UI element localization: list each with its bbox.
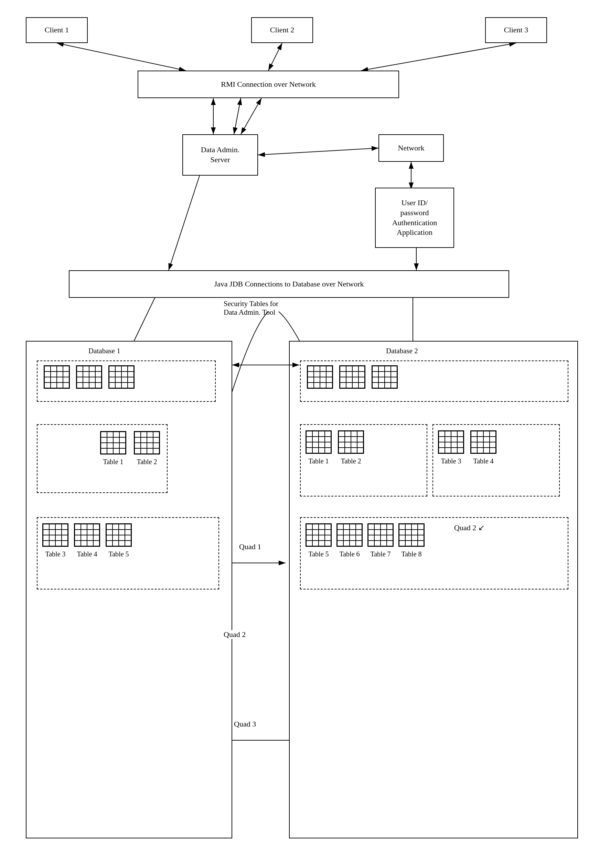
db1-q1-table2: Table 2 (134, 431, 160, 466)
data-admin-box: Data Admin.Server (182, 134, 258, 176)
db2-table-top-3 (372, 365, 398, 389)
svg-line-13 (131, 298, 155, 348)
db2-title: Database 2 (386, 347, 418, 355)
db1-table-top-2 (76, 365, 102, 389)
quad2-label-right: Quad 2 ↙ (454, 523, 485, 532)
db2-top-quad (300, 361, 568, 402)
quad3-label: Quad 3 (234, 720, 256, 729)
db2-quad3-box: Table 5 Table 6 (300, 517, 568, 589)
quad1-label: Quad 1 (239, 542, 261, 551)
db2-quad1-box: Table 1 Table 2 (300, 424, 427, 497)
svg-line-9 (258, 148, 378, 155)
db1-quad2-box: Table 3 Table 4 (37, 517, 219, 589)
jdbc-box: Java JDB Connections to Database over Ne… (69, 270, 509, 298)
client-1-box: Client 1 (26, 17, 88, 43)
svg-line-3 (57, 43, 186, 71)
db2-table-top-2 (339, 365, 366, 389)
data-admin-label: Data Admin.Server (201, 145, 239, 165)
jdbc-label: Java JDB Connections to Database over Ne… (214, 279, 364, 289)
diagram: Client 1 Client 2 Client 3 RMI Connectio… (0, 0, 599, 868)
db1-table-top-1 (44, 365, 70, 389)
db2-quad2-box: Table 3 Table 4 (432, 424, 560, 497)
database-1-box: Database 1 (26, 341, 232, 838)
db2-q3-table5: Table 5 (306, 523, 332, 558)
db2-table-top-1 (307, 365, 333, 389)
db1-q2-table4: Table 4 (74, 523, 100, 558)
user-auth-label: User ID/passwordAuthenticationApplicatio… (392, 198, 437, 237)
svg-line-8 (241, 98, 262, 134)
svg-line-4 (268, 43, 282, 71)
db1-table-top-3 (108, 365, 134, 389)
db2-q1-table2: Table 2 (338, 430, 364, 465)
db1-title: Database 1 (89, 347, 120, 355)
db1-q1-table1: Table 1 (100, 431, 126, 466)
client-1-label: Client 1 (45, 25, 69, 35)
svg-line-7 (234, 98, 241, 134)
security-label: Security Tables forData Admin. Tool (224, 300, 278, 317)
network-box: Network (378, 134, 444, 162)
network-label: Network (398, 143, 424, 153)
db1-top-quad (37, 361, 216, 402)
client-2-label: Client 2 (270, 25, 294, 35)
db2-q3-table7: Table 7 (367, 523, 394, 558)
client-3-box: Client 3 (485, 17, 547, 43)
client-3-label: Client 3 (504, 25, 528, 35)
db2-q1-table1: Table 1 (306, 430, 332, 465)
db2-q3-table8: Table 8 (399, 523, 424, 558)
svg-line-11 (169, 176, 200, 270)
svg-line-5 (361, 43, 516, 71)
db2-q3-table6: Table 6 (337, 523, 363, 558)
db1-quad1-box: Table 1 Table 2 (37, 424, 167, 493)
db1-q2-table3: Table 3 (42, 523, 68, 558)
db1-q2-table5: Table 5 (105, 523, 132, 558)
db2-q2-table4: Table 4 (470, 430, 497, 465)
rmi-box: RMI Connection over Network (138, 71, 399, 98)
client-2-box: Client 2 (251, 17, 313, 43)
database-2-box: Database 2 (289, 341, 578, 838)
db2-q2-table3: Table 3 (438, 430, 464, 465)
quad2-label-left: Quad 2 (224, 630, 246, 639)
rmi-label: RMI Connection over Network (221, 80, 316, 89)
user-auth-box: User ID/passwordAuthenticationApplicatio… (375, 188, 454, 248)
